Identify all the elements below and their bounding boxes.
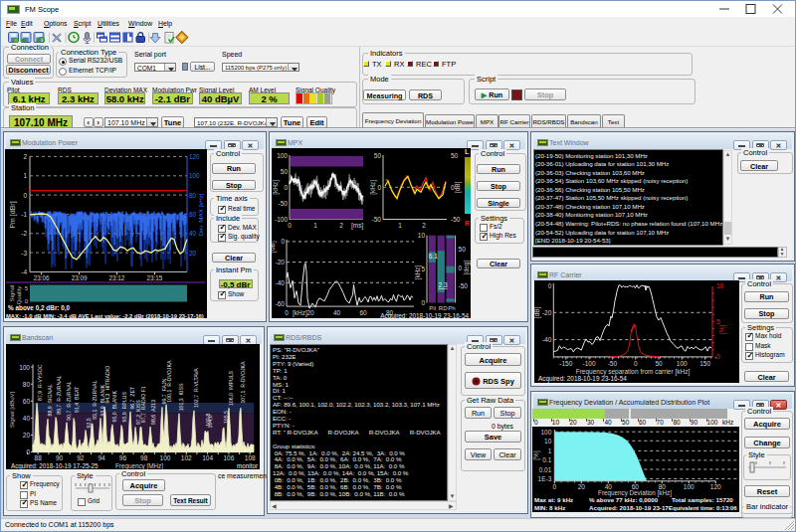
svg-text:20: 20 bbox=[306, 309, 314, 316]
svg-text:93,1 R-ZURNAL: 93,1 R-ZURNAL bbox=[92, 380, 98, 419]
svg-text:100: 100 bbox=[160, 454, 171, 461]
svg-text:1: 1 bbox=[313, 222, 317, 229]
svg-text:0: 0 bbox=[23, 192, 27, 199]
svg-text:101,3 KISS: 101,3 KISS bbox=[178, 383, 184, 411]
svg-text:80: 80 bbox=[189, 192, 197, 199]
svg-text:100: 100 bbox=[684, 483, 695, 490]
svg-text:-50: -50 bbox=[608, 360, 618, 367]
svg-text:0: 0 bbox=[552, 483, 556, 490]
svg-text:20: 20 bbox=[189, 250, 197, 257]
svg-text:Acquired: 2018-10-19 23-16-54: Acquired: 2018-10-19 23-16-54 bbox=[538, 375, 627, 383]
svg-text:120: 120 bbox=[189, 153, 200, 160]
svg-text:1: 1 bbox=[23, 172, 27, 179]
svg-text:-1: -1 bbox=[21, 211, 27, 218]
svg-text:94: 94 bbox=[98, 454, 105, 461]
svg-text:98,6 A213: 98,6 A213 bbox=[150, 400, 156, 425]
svg-text:40: 40 bbox=[189, 230, 197, 237]
svg-text:-20: -20 bbox=[276, 259, 286, 266]
svg-text:[ms]: [ms] bbox=[351, 222, 363, 230]
svg-text:120: 120 bbox=[710, 483, 721, 490]
svg-text:88: 88 bbox=[35, 454, 43, 461]
svg-text:95,0 BLANIK: 95,0 BLANIK bbox=[111, 390, 117, 422]
svg-text:0: 0 bbox=[281, 238, 285, 245]
svg-text:1E-3: 1E-3 bbox=[538, 475, 552, 482]
svg-text:2: 2 bbox=[23, 153, 27, 160]
svg-text:[kHz]: [kHz] bbox=[293, 309, 307, 317]
svg-text:20: 20 bbox=[578, 483, 586, 490]
svg-text:105,5: 105,5 bbox=[223, 411, 229, 424]
svg-text:102,7 R-VLTAVA: 102,7 R-VLTAVA bbox=[193, 368, 199, 408]
svg-text:0: 0 bbox=[377, 184, 381, 191]
svg-text:106: 106 bbox=[223, 454, 234, 461]
svg-text:5: 5 bbox=[421, 266, 425, 272]
svg-text:monitor: monitor bbox=[237, 462, 258, 469]
svg-text:Signal: Signal bbox=[9, 285, 15, 302]
svg-text:2: 2 bbox=[339, 222, 343, 229]
svg-text:L: L bbox=[465, 148, 470, 155]
svg-text:100: 100 bbox=[677, 360, 688, 367]
svg-text:0.01: 0.01 bbox=[539, 466, 552, 473]
svg-text:102: 102 bbox=[181, 454, 192, 461]
svg-text:[%]: [%] bbox=[532, 450, 540, 460]
svg-text:[%]: [%] bbox=[718, 325, 726, 335]
svg-text:Total samples: 15720: Total samples: 15720 bbox=[672, 496, 733, 503]
svg-text:2: 2 bbox=[422, 222, 426, 229]
svg-text:-40: -40 bbox=[542, 336, 552, 343]
svg-text:-50: -50 bbox=[372, 216, 382, 223]
svg-text:100: 100 bbox=[19, 364, 30, 371]
svg-text:-50: -50 bbox=[279, 200, 289, 207]
svg-text:96: 96 bbox=[119, 454, 127, 461]
svg-text:40: 40 bbox=[23, 415, 31, 422]
svg-text:Signal [dBuV]: Signal [dBuV] bbox=[9, 391, 15, 428]
svg-text:90,7 R-ZURNAL: 90,7 R-ZURNAL bbox=[67, 381, 73, 420]
svg-text:% above 0,2 dBr: 0,0: % above 0,2 dBr: 0,0 bbox=[8, 304, 71, 312]
svg-text:50: 50 bbox=[374, 152, 382, 159]
svg-text:50: 50 bbox=[451, 152, 459, 159]
svg-text:97,7 RADIO F1: 97,7 RADIO F1 bbox=[140, 386, 146, 423]
svg-text:0.1: 0.1 bbox=[542, 456, 551, 463]
svg-text:-50: -50 bbox=[459, 282, 469, 289]
svg-text:Max at: 9 kHz: Max at: 9 kHz bbox=[534, 496, 573, 503]
svg-text:[kHz]: [kHz] bbox=[369, 180, 377, 195]
svg-text:0: 0 bbox=[716, 353, 720, 360]
svg-text:Acquired: 2018-10-19 23-16-54: Acquired: 2018-10-19 23-16-54 bbox=[380, 312, 469, 319]
svg-text:87,9 R-VYSOC: 87,9 R-VYSOC bbox=[37, 364, 43, 401]
svg-text:[kHz]: [kHz] bbox=[414, 265, 422, 279]
svg-text:91,4 BEAT: 91,4 BEAT bbox=[74, 386, 80, 413]
svg-text:Acquired: 2018-10-19 17-25-25: Acquired: 2018-10-19 17-25-25 bbox=[11, 462, 99, 470]
svg-text:0: 0 bbox=[548, 282, 552, 289]
svg-text:0: 0 bbox=[284, 184, 288, 191]
svg-text:23:06: 23:06 bbox=[34, 274, 50, 281]
svg-text:23:09: 23:09 bbox=[72, 274, 88, 281]
svg-text:RD: RD bbox=[439, 305, 448, 311]
svg-text:0: 0 bbox=[634, 360, 638, 367]
svg-text:0: 0 bbox=[288, 222, 292, 229]
svg-text:1: 1 bbox=[548, 447, 552, 454]
svg-text:0: 0 bbox=[421, 299, 425, 306]
svg-text:10: 10 bbox=[716, 282, 724, 289]
svg-text:60: 60 bbox=[189, 211, 197, 218]
svg-text:-4: -4 bbox=[21, 268, 27, 275]
svg-text:Quality: Quality bbox=[16, 286, 22, 305]
svg-text:95,9 RPLUS: 95,9 RPLUS bbox=[121, 392, 127, 423]
svg-text:98: 98 bbox=[140, 454, 148, 461]
svg-text:100: 100 bbox=[540, 429, 551, 436]
svg-text:[dB]: [dB] bbox=[534, 306, 541, 318]
svg-text:40: 40 bbox=[333, 309, 341, 316]
svg-text:50: 50 bbox=[459, 246, 467, 253]
svg-text:[kHz]: [kHz] bbox=[272, 180, 280, 195]
svg-text:10: 10 bbox=[418, 232, 426, 239]
svg-text:106,0 IMPULS: 106,0 IMPULS bbox=[228, 370, 234, 406]
svg-text:23:12: 23:12 bbox=[109, 274, 125, 281]
svg-text:100: 100 bbox=[189, 172, 200, 179]
svg-text:0: 0 bbox=[459, 265, 463, 271]
svg-text:2.3: 2.3 bbox=[439, 281, 448, 288]
svg-text:5: 5 bbox=[716, 318, 720, 325]
svg-text:150: 150 bbox=[699, 360, 710, 367]
svg-text:0: 0 bbox=[285, 309, 289, 316]
svg-text:92: 92 bbox=[77, 454, 85, 461]
svg-text:-100: -100 bbox=[583, 360, 596, 367]
svg-text:10: 10 bbox=[544, 438, 552, 444]
svg-text:60: 60 bbox=[23, 398, 31, 405]
svg-text:50: 50 bbox=[281, 168, 289, 175]
